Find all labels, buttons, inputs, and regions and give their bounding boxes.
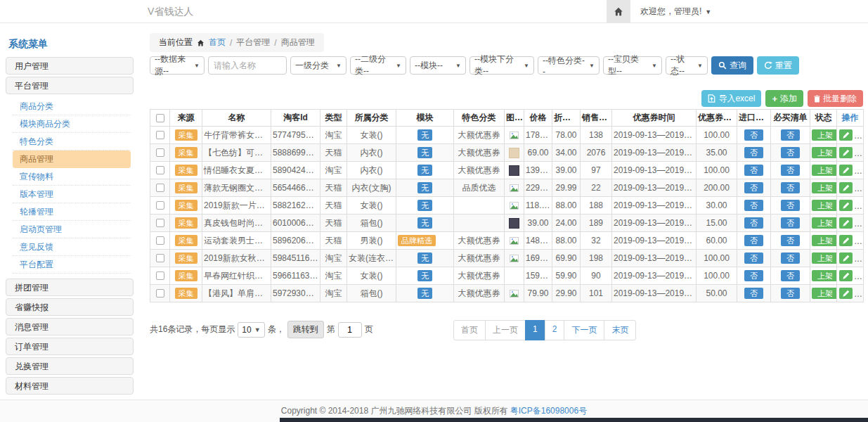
import-select-toggle[interactable]: 否 <box>744 252 763 264</box>
level2-category-select[interactable]: --二级分类--▼ <box>350 56 406 75</box>
sidebar-group-order-management[interactable]: 订单管理 <box>6 338 134 355</box>
edit-button[interactable] <box>839 147 853 158</box>
status-badge[interactable]: 上架 <box>812 288 837 299</box>
batch-delete-button[interactable]: 批量删除 <box>808 90 863 107</box>
sidebar-item-platform-config[interactable]: 平台配置 <box>13 256 131 274</box>
sidebar-item-carousel-management[interactable]: 轮播管理 <box>13 203 131 221</box>
must-buy-toggle[interactable]: 否 <box>781 200 800 211</box>
status-select[interactable]: --状态--▼ <box>666 56 708 75</box>
edit-button[interactable] <box>839 217 853 229</box>
pager-last-page[interactable]: 末页 <box>604 320 636 340</box>
product-thumbnail <box>509 165 519 176</box>
status-badge[interactable]: 上架 <box>812 165 837 176</box>
sidebar-item-version-management[interactable]: 版本管理 <box>13 186 131 203</box>
pager-prev-page[interactable]: 上一页 <box>485 320 526 340</box>
import-select-toggle[interactable]: 否 <box>744 288 763 299</box>
sidebar-group-exchange-management[interactable]: 兑换管理 <box>6 357 134 375</box>
status-badge[interactable]: 上架 <box>812 200 837 211</box>
must-buy-toggle[interactable]: 否 <box>781 252 800 264</box>
jump-button[interactable]: 跳转到 <box>287 321 324 338</box>
edit-button[interactable] <box>839 182 853 193</box>
home-button[interactable] <box>607 0 630 23</box>
must-buy-toggle[interactable]: 否 <box>781 182 800 193</box>
product-name-input[interactable] <box>208 56 287 75</box>
data-source-select[interactable]: --数据来源--▼ <box>150 56 205 75</box>
row-checkbox[interactable] <box>156 254 164 262</box>
pager-first-page[interactable]: 首页 <box>453 320 486 340</box>
pager-page-1[interactable]: 1 <box>525 320 545 340</box>
edit-button[interactable] <box>839 165 853 176</box>
must-buy-toggle[interactable]: 否 <box>781 129 800 141</box>
sidebar-group-message-management[interactable]: 消息管理 <box>6 318 134 335</box>
status-badge[interactable]: 上架 <box>812 235 837 246</box>
reset-button[interactable]: 重置 <box>757 56 799 75</box>
pager-next-page[interactable]: 下一页 <box>564 320 604 340</box>
sidebar-group-saving-news[interactable]: 省赚快报 <box>6 298 134 316</box>
actions-cell <box>837 127 864 144</box>
status-badge[interactable]: 上架 <box>812 270 837 281</box>
sidebar-group-group-buy-management[interactable]: 拼团管理 <box>6 279 134 296</box>
import-select-toggle[interactable]: 否 <box>744 147 763 158</box>
sidebar-item-product-management[interactable]: 商品管理 <box>13 151 131 168</box>
pager-page-2[interactable]: 2 <box>545 320 565 340</box>
edit-button[interactable] <box>839 288 853 299</box>
page-size-select[interactable]: 10 ▼ <box>238 322 264 338</box>
sidebar-item-product-category[interactable]: 商品分类 <box>13 98 131 115</box>
jump-page-input[interactable] <box>338 322 362 338</box>
icon-cell <box>505 144 524 162</box>
module-subcategory-select[interactable]: --模块下分类--▼ <box>469 56 534 75</box>
status-badge[interactable]: 上架 <box>812 217 837 229</box>
row-checkbox[interactable] <box>156 271 164 280</box>
sidebar-group-material-management[interactable]: 材料管理 <box>6 377 134 395</box>
row-checkbox[interactable] <box>156 219 164 227</box>
sidebar-item-promo-materials[interactable]: 宣传物料 <box>13 168 131 186</box>
sidebar-group-user-management[interactable]: 用户管理 <box>6 57 134 75</box>
import-select-toggle[interactable]: 否 <box>744 270 763 281</box>
import-select-toggle[interactable]: 否 <box>744 200 763 211</box>
feature-category-select[interactable]: --特色分类--▼ <box>538 56 600 75</box>
row-checkbox[interactable] <box>156 184 164 192</box>
icp-link[interactable]: 粤ICP备16098006号 <box>510 405 587 417</box>
status-badge[interactable]: 上架 <box>812 129 837 141</box>
edit-button[interactable] <box>839 252 853 264</box>
edit-button[interactable] <box>839 235 853 246</box>
status-badge[interactable]: 上架 <box>812 182 837 193</box>
must-buy-toggle[interactable]: 否 <box>781 217 800 229</box>
edit-button[interactable] <box>839 129 853 141</box>
sidebar-item-feedback[interactable]: 意见反馈 <box>13 238 131 256</box>
user-menu[interactable]: 欢迎您，管理员! ▼ <box>640 6 711 18</box>
import-select-toggle[interactable]: 否 <box>744 129 763 141</box>
must-buy-toggle[interactable]: 否 <box>781 288 800 299</box>
must-buy-toggle[interactable]: 否 <box>781 270 800 281</box>
sidebar-group-platform-management[interactable]: 平台管理 <box>6 77 134 94</box>
status-badge[interactable]: 上架 <box>812 147 837 158</box>
status-badge[interactable]: 上架 <box>812 252 837 264</box>
import-excel-button[interactable]: 导入excel <box>701 90 761 107</box>
row-checkbox[interactable] <box>156 201 164 210</box>
add-button[interactable]: + 添加 <box>765 90 803 107</box>
module-select[interactable]: --模块--▼ <box>410 56 466 75</box>
product-name-cell: 2019新款一片式系... <box>202 197 271 215</box>
row-checkbox[interactable] <box>156 166 164 174</box>
must-buy-toggle[interactable]: 否 <box>781 165 800 176</box>
edit-button[interactable] <box>839 270 853 281</box>
import-select-toggle[interactable]: 否 <box>744 165 763 176</box>
edit-button[interactable] <box>839 200 853 211</box>
import-select-toggle[interactable]: 否 <box>744 182 763 193</box>
sidebar-item-feature-category[interactable]: 特色分类 <box>13 133 131 151</box>
row-checkbox[interactable] <box>156 289 164 298</box>
search-button[interactable]: 查询 <box>711 56 753 75</box>
row-checkbox[interactable] <box>156 148 164 157</box>
must-buy-toggle[interactable]: 否 <box>781 235 800 246</box>
import-select-toggle[interactable]: 否 <box>744 217 763 229</box>
level1-category-select[interactable]: 一级分类▼ <box>290 56 346 75</box>
row-checkbox[interactable] <box>156 131 164 139</box>
must-buy-toggle[interactable]: 否 <box>781 147 800 158</box>
item-type-select[interactable]: --宝贝类型--▼ <box>603 56 662 75</box>
import-select-toggle[interactable]: 否 <box>744 235 763 246</box>
sidebar-item-module-product-category[interactable]: 模块商品分类 <box>13 115 131 133</box>
row-checkbox[interactable] <box>156 236 164 245</box>
breadcrumb-home-link[interactable]: 首页 <box>209 37 226 49</box>
select-all-checkbox[interactable] <box>156 114 164 122</box>
sidebar-item-splash-page-management[interactable]: 启动页管理 <box>13 221 131 238</box>
